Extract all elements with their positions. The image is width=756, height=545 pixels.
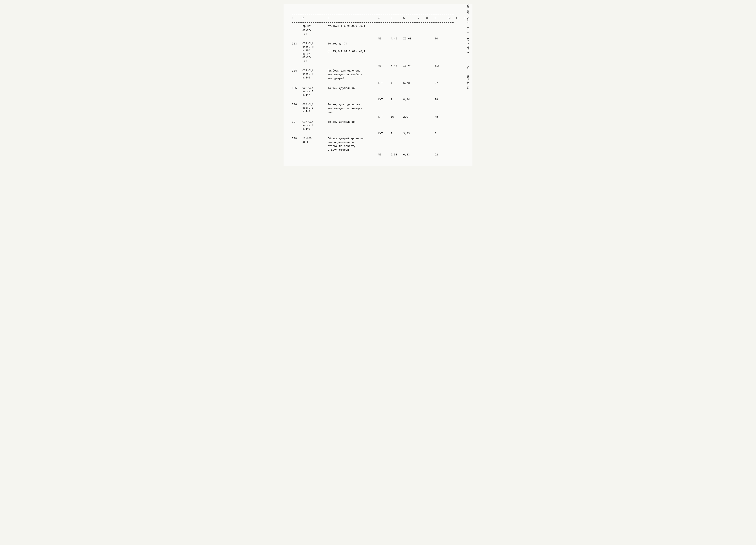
- row-0-ref-sub: 07-27- -01: [292, 29, 454, 37]
- row-108-top: I08 IO-I36 25-5 Обивка дверей кровель- н…: [292, 136, 454, 153]
- row-104-block: I04 ССР СЦМ часть I п.446 Приборы для од…: [292, 69, 454, 86]
- row-106-id: I06: [292, 103, 302, 107]
- row-107-id: I07: [292, 120, 302, 124]
- row-104-v9: 27: [435, 81, 447, 85]
- row-0-v5: 4,49: [391, 37, 403, 41]
- main-content: I 2 3 4 5 6 7 8 9 IO II I2 пр-нт ст.I5,8…: [292, 14, 454, 157]
- row-0-values: М2 4,49 I5,63 70: [292, 37, 454, 41]
- row-103-desc: То же, д- 74 ст.I5,8-I,6IхI,02х х0,I: [328, 42, 378, 54]
- top-dashed-line: [292, 14, 454, 14]
- row-103-block: I03 ССР СЦМ часть II п.290 пр-нт 07-27- …: [292, 42, 454, 68]
- col7-header: 7: [418, 16, 426, 20]
- col3-header: 3: [328, 16, 378, 20]
- row-104-id: I04: [292, 69, 302, 73]
- row-107-v5: I: [391, 132, 403, 136]
- row-0-block: пр-нт ст.I5,8-I,63хI,02х х0,I 07-27- -01: [292, 24, 454, 41]
- col2-header: 2: [302, 16, 328, 20]
- row-107-block: I07 ССР СЦМ часть I п.449 То же, двуполь…: [292, 120, 454, 136]
- row-107-ref: ССР СЦМ часть I п.449: [302, 120, 328, 131]
- row-108-v5: 9,08: [391, 153, 403, 157]
- row-107-unit: К-Т: [378, 132, 391, 136]
- row-103-unit: М2: [378, 64, 391, 68]
- row-0-v6: I5,63: [403, 37, 418, 41]
- row-106-v5: I6: [391, 115, 403, 119]
- row-107-values: К-Т I 3,23 3: [292, 131, 454, 136]
- row-0-unit-val: М2: [378, 37, 391, 41]
- row-107-v6: 3,23: [403, 132, 418, 136]
- row-106-ref: ССР СЦМ часть I п.448: [302, 103, 328, 113]
- row-0-v9: 70: [435, 37, 447, 41]
- row-103-ref: ССР СЦМ часть II п.290 пр-нт 07-27- -01: [302, 42, 328, 63]
- row-106-values: К-Т I6 2,97 48: [292, 115, 454, 119]
- col11-header: II: [456, 16, 464, 20]
- row-105-id: I05: [292, 86, 302, 90]
- row-104-unit: К-Т: [378, 81, 391, 85]
- row-108-values: М2 9,08 6,83 62: [292, 153, 454, 157]
- row-108-unit: М2: [378, 153, 391, 157]
- row-103-v6: I5,64: [403, 64, 418, 68]
- row-106-unit: К-Т: [378, 115, 391, 119]
- row-0-desc: пр-нт ст.I5,8-I,63хI,02х х0,I: [292, 24, 454, 29]
- col4-header: 4: [378, 16, 391, 20]
- row-106-v6: 2,97: [403, 115, 418, 119]
- row-103-id: I03: [292, 42, 302, 46]
- row-106-v9: 48: [435, 115, 447, 119]
- row-105-v5: 2: [391, 98, 403, 102]
- row-105-ref: ССР СЦМ часть I п.447: [302, 86, 328, 97]
- row-104-values: К-Т 4 6,73 27: [292, 81, 454, 86]
- row-104-top: I04 ССР СЦМ часть I п.446 Приборы для од…: [292, 69, 454, 81]
- row-106-block: I06 ССР СЦМ часть I п.448 То же, для одн…: [292, 102, 454, 119]
- side-label-top: Т.II. 802-5-39.85: [467, 4, 470, 38]
- row-105-block: I05 ССР СЦМ часть I п.447 То же, двуполь…: [292, 86, 454, 102]
- side-label-num1: 27: [467, 66, 470, 75]
- col9-header: 9: [435, 16, 447, 20]
- col8-header: 8: [426, 16, 435, 20]
- row-105-desc: То же, двупольных: [328, 86, 378, 90]
- row-104-v5: 4: [391, 81, 403, 85]
- row-103-values: М2 7,44 I5,64 II6: [292, 64, 454, 68]
- row-105-top: I05 ССР СЦМ часть I п.447 То же, двуполь…: [292, 86, 454, 97]
- row-108-id: I08: [292, 137, 302, 141]
- row-107-desc: То же, двупольных: [328, 120, 378, 124]
- page: I 2 3 4 5 6 7 8 9 IO II I2 пр-нт ст.I5,8…: [284, 4, 472, 166]
- row-107-v9: 3: [435, 132, 447, 136]
- row-107-top: I07 ССР СЦМ часть I п.449 То же, двуполь…: [292, 120, 454, 131]
- row-105-v9: I8: [435, 98, 447, 102]
- row-105-unit: К-Т: [378, 98, 391, 102]
- col6-header: 6: [403, 16, 418, 20]
- col10-header: IO: [447, 16, 456, 20]
- row-103-top: I03 ССР СЦМ часть II п.290 пр-нт 07-27- …: [292, 42, 454, 64]
- row-108-block: I08 IO-I36 25-5 Обивка дверей кровель- н…: [292, 136, 454, 157]
- row-104-v6: 6,73: [403, 81, 418, 85]
- header-bottom-line: [292, 22, 454, 23]
- row-0-ref: пр-нт: [302, 24, 328, 28]
- row-108-v6: 6,83: [403, 153, 418, 157]
- side-labels: Т.II. 802-5-39.85 Альбом VI 27 20597-06: [465, 4, 472, 166]
- row-103-v9: II6: [435, 64, 447, 68]
- row-0-desc: ст.I5,8-I,63хI,02х х0,I: [328, 24, 378, 28]
- row-105-v6: 8,94: [403, 98, 418, 102]
- row-104-desc: Приборы для однополь- ных входных и тамб…: [328, 69, 378, 81]
- side-label-middle: Альбом VI: [467, 38, 470, 66]
- side-label-bottom2: 20597-06: [467, 75, 470, 110]
- row-106-top: I06 ССР СЦМ часть I п.448 То же, для одн…: [292, 102, 454, 115]
- row-103-v5: 7,44: [391, 64, 403, 68]
- header-row: I 2 3 4 5 6 7 8 9 IO II I2: [292, 16, 454, 21]
- row-108-desc: Обивка дверей кровель- ной оцинкованной …: [328, 137, 378, 152]
- row-108-v9: 62: [435, 153, 447, 157]
- col5-header: 5: [391, 16, 403, 20]
- row-108-ref: IO-I36 25-5: [302, 137, 328, 144]
- row-106-desc: То же, для однополь- ных входных в помещ…: [328, 103, 378, 114]
- row-104-ref: ССР СЦМ часть I п.446: [302, 69, 328, 80]
- col1-header: I: [292, 16, 302, 20]
- row-105-values: К-Т 2 8,94 I8: [292, 97, 454, 102]
